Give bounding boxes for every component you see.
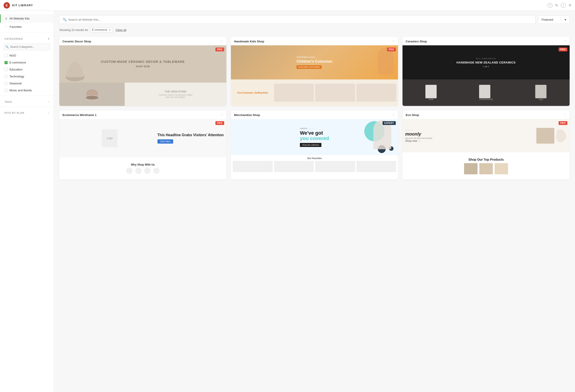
wireframe-why-section: Why Shop With Us bbox=[126, 163, 160, 174]
kit-preview-ceramics2: MIA CERAMICS HANDMADE NEW-ZEALAND CERAMI… bbox=[403, 45, 570, 106]
kit-card-header: Ceramic Decor Shop ♡ bbox=[59, 37, 226, 45]
pro-badge: PRO bbox=[559, 121, 567, 125]
merch-products-section: Our Favorites bbox=[231, 155, 398, 179]
kit-card-wireframe[interactable]: Ecommerce Wireframe 1 ♡ Logo bbox=[59, 110, 226, 179]
kits-by-plan-expand-arrow[interactable]: › bbox=[48, 111, 49, 114]
search-icon: 🔍 bbox=[63, 18, 67, 21]
search-input[interactable] bbox=[68, 18, 532, 21]
help-icon[interactable]: ? bbox=[548, 3, 552, 8]
ceramics2-product-bowl bbox=[479, 85, 490, 98]
topbar-left: E KIT LIBRARY bbox=[4, 2, 33, 8]
merch-product-row bbox=[233, 161, 396, 172]
sidebar-item-all-kits[interactable]: ≡ All Website Kits bbox=[0, 14, 54, 23]
active-filter-tag[interactable]: E-commerce ✕ bbox=[90, 27, 113, 32]
category-ngo[interactable]: NGO bbox=[0, 52, 54, 59]
wireframe-icon-4 bbox=[153, 168, 160, 174]
pro-badge: PRO bbox=[559, 47, 567, 51]
eco-product-img bbox=[536, 128, 554, 144]
kit-title: Merchandise Shop bbox=[234, 113, 260, 117]
kid-figure-decoration bbox=[378, 47, 393, 74]
kit-card-merchandise[interactable]: Merchandise Shop ♡ cybertia............ … bbox=[231, 110, 398, 179]
music-bands-checkbox[interactable] bbox=[4, 89, 8, 92]
merch-product-1 bbox=[233, 161, 273, 172]
kit-favorite-icon[interactable]: ♡ bbox=[564, 40, 567, 43]
ecommerce-checkbox[interactable]: ✓ bbox=[4, 61, 8, 64]
close-icon[interactable]: ✕ bbox=[569, 3, 571, 7]
sort-label: Featured bbox=[542, 18, 553, 21]
ceramic-hero: CUSTOM-MADE CERAMIC DECOR & TABLEWARE SH… bbox=[59, 45, 226, 83]
preview-inner: ——— moonly Discover the best home brand … bbox=[403, 119, 570, 179]
preview-inner: Logo This Headline Grabs Visitors' Atten… bbox=[59, 119, 226, 179]
pro-badge: PRO bbox=[216, 47, 224, 51]
preview-inner: Handmade Luxury Children's Costumes EXPL… bbox=[231, 45, 398, 106]
wireframe-icon-1 bbox=[126, 168, 133, 174]
education-checkbox[interactable] bbox=[4, 68, 8, 71]
kits-by-plan-section-header[interactable]: KITS BY PLAN › bbox=[0, 109, 54, 116]
kit-favorite-icon[interactable]: ♡ bbox=[564, 113, 567, 117]
eco-shop-now: Shop now → bbox=[405, 139, 432, 142]
merch-product-3 bbox=[315, 161, 355, 172]
ngo-label: NGO bbox=[9, 54, 16, 57]
filter-tag-label: E-commerce bbox=[92, 28, 107, 31]
kit-card-header: Merchandise Shop ♡ bbox=[231, 110, 398, 119]
sidebar-favorites-label: Favorites bbox=[10, 25, 22, 28]
pro-badge: PRO bbox=[216, 121, 224, 125]
kit-favorite-icon[interactable]: ♡ bbox=[220, 40, 223, 43]
search-categories-input[interactable] bbox=[4, 44, 50, 50]
kids-products: Fun Costumes, Smiling Kids bbox=[231, 79, 398, 106]
main-content: 🔍 Featured ▾ Showing 10 results for E-co… bbox=[54, 11, 575, 392]
kids-product-img-3 bbox=[357, 84, 396, 102]
sidebar-item-favorites[interactable]: ♡ Favorites bbox=[0, 23, 54, 31]
merch-hero: cybertia............ We've gotyou covere… bbox=[231, 119, 398, 155]
education-label: Education bbox=[9, 68, 23, 71]
eco-hero: ——— moonly Discover the best home brand … bbox=[403, 119, 570, 152]
search-categories-icon: 🔍 bbox=[5, 45, 9, 48]
kit-title: Ceramic Decor Shop bbox=[62, 40, 91, 43]
eco-product-thumb-3 bbox=[495, 163, 508, 174]
tags-expand-arrow[interactable]: › bbox=[48, 100, 49, 104]
eco-preview-visual: ——— moonly Discover the best home brand … bbox=[403, 119, 570, 179]
refresh-icon[interactable]: ↻ bbox=[555, 3, 558, 7]
seasonal-checkbox[interactable] bbox=[4, 82, 8, 85]
kit-card-handmade-kids[interactable]: Handmade Kids Shop ♡ Handmade Luxury Chi… bbox=[231, 37, 398, 106]
kit-card-ceramics-shop[interactable]: Ceramics Shop ♡ MIA CERAMICS HANDMADE NE… bbox=[403, 37, 570, 106]
category-education[interactable]: Education bbox=[0, 66, 54, 73]
kit-favorite-icon[interactable]: ♡ bbox=[392, 40, 395, 43]
ceramic-bottom: THE CERA STORE Premium ceramic homewares… bbox=[59, 83, 226, 106]
categories-section-header: CATEGORIES ▾ bbox=[0, 35, 54, 42]
categories-collapse-arrow[interactable]: ▾ bbox=[48, 37, 49, 40]
wireframe-preview-visual: Logo This Headline Grabs Visitors' Atten… bbox=[59, 119, 226, 179]
ceramics2-hero: MIA CERAMICS HANDMADE NEW-ZEALAND CERAMI… bbox=[403, 45, 570, 79]
favorites-heart-icon: ♡ bbox=[4, 25, 7, 28]
filter-tag-remove[interactable]: ✕ bbox=[109, 28, 111, 31]
clear-all-button[interactable]: Clear all bbox=[116, 28, 126, 32]
search-bar-row: 🔍 Featured ▾ bbox=[59, 15, 570, 24]
tags-title: TAGS bbox=[4, 101, 12, 103]
kit-title: Eco Shop bbox=[406, 113, 419, 117]
category-ecommerce[interactable]: ✓ E-commerce bbox=[0, 59, 54, 66]
category-music-bands[interactable]: Music and Bands bbox=[0, 87, 54, 94]
wireframe-hero: Logo This Headline Grabs Visitors' Atten… bbox=[59, 119, 226, 157]
kit-favorite-icon[interactable]: ♡ bbox=[220, 113, 223, 117]
ceramics2-preview-visual: MIA CERAMICS HANDMADE NEW-ZEALAND CERAMI… bbox=[403, 45, 570, 106]
kit-preview-kids: Handmade Luxury Children's Costumes EXPL… bbox=[231, 45, 398, 106]
menu-icon: ≡ bbox=[5, 17, 7, 21]
pro-badge: PRO bbox=[387, 47, 396, 51]
info-icon[interactable]: i bbox=[561, 3, 566, 8]
kids-hero: Handmade Luxury Children's Costumes EXPL… bbox=[231, 45, 398, 79]
kit-card-eco-shop[interactable]: Eco Shop ♡ ——— moonly bbox=[403, 110, 570, 179]
ngo-checkbox[interactable] bbox=[4, 54, 8, 57]
kit-favorite-icon[interactable]: ♡ bbox=[392, 113, 395, 117]
tags-section-header[interactable]: TAGS › bbox=[0, 98, 54, 105]
kit-preview-ceramic: CUSTOM-MADE CERAMIC DECOR & TABLEWARE SH… bbox=[59, 45, 226, 106]
eco-blob bbox=[556, 128, 567, 144]
ceramic-preview-visual: CUSTOM-MADE CERAMIC DECOR & TABLEWARE SH… bbox=[59, 45, 226, 106]
sort-dropdown[interactable]: Featured ▾ bbox=[538, 16, 570, 24]
technology-checkbox[interactable] bbox=[4, 75, 8, 78]
category-technology[interactable]: Technology bbox=[0, 73, 54, 80]
music-bands-label: Music and Bands bbox=[9, 89, 32, 92]
category-seasonal[interactable]: Seasonal bbox=[0, 80, 54, 87]
kit-card-ceramic-decor[interactable]: Ceramic Decor Shop ♡ CUSTOM-MADE CERAMIC… bbox=[59, 37, 226, 106]
seasonal-label: Seasonal bbox=[9, 82, 22, 85]
wireframe-text-block: This Headline Grabs Visitors' Attention … bbox=[157, 133, 224, 144]
